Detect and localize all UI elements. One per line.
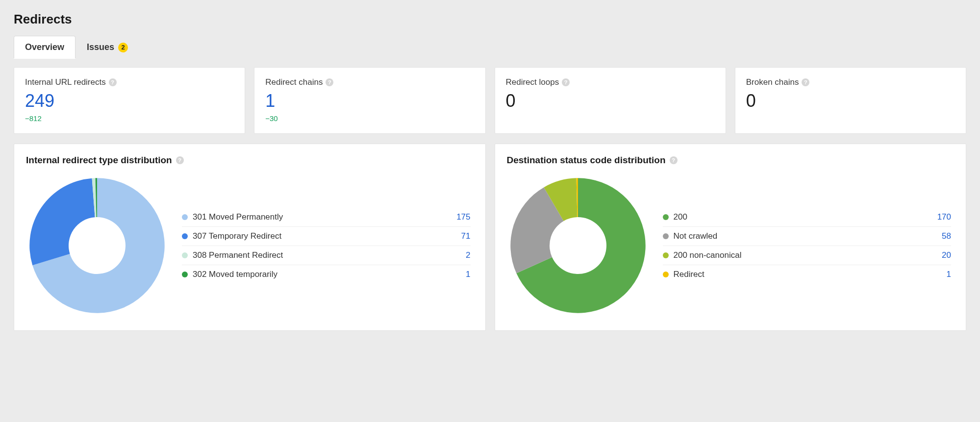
legend-row[interactable]: 200170 (663, 208, 952, 227)
legend-dot-icon (182, 214, 188, 220)
card-title: Redirect loops ? (506, 77, 715, 87)
help-icon[interactable]: ? (670, 156, 678, 164)
charts-row: Internal redirect type distribution ? 30… (14, 144, 966, 331)
legend-label: 308 Permanent Redirect (193, 250, 283, 260)
chart-title: Internal redirect type distribution ? (26, 155, 474, 166)
card-title-text: Broken chains (746, 77, 799, 87)
donut-chart[interactable] (26, 174, 168, 317)
legend-dot-icon (663, 214, 669, 220)
tab-label: Issues (87, 42, 114, 52)
legend-row[interactable]: 307 Temporary Redirect71 (182, 227, 471, 246)
legend-value[interactable]: 1 (466, 270, 470, 279)
legend-label: 302 Moved temporarily (193, 270, 277, 279)
help-icon[interactable]: ? (326, 78, 333, 86)
legend-label: 200 non-canonical (674, 250, 742, 260)
card-title: Broken chains ? (746, 77, 955, 87)
donut-chart[interactable] (507, 174, 649, 317)
legend-row[interactable]: 301 Moved Permanently175 (182, 208, 471, 227)
card-title-text: Redirect loops (506, 77, 559, 87)
legend-label: Redirect (674, 270, 704, 279)
legend-value[interactable]: 170 (937, 212, 951, 222)
chart-body: 200170Not crawled58200 non-canonical20Re… (507, 174, 955, 317)
legend-value[interactable]: 20 (942, 250, 951, 260)
chart-title: Destination status code distribution ? (507, 155, 955, 166)
legend-dot-icon (663, 252, 669, 258)
chart-body: 301 Moved Permanently175307 Temporary Re… (26, 174, 474, 317)
tab-overview[interactable]: Overview (14, 36, 75, 58)
chart-legend: 301 Moved Permanently175307 Temporary Re… (182, 208, 474, 284)
help-icon[interactable]: ? (109, 78, 117, 86)
card-delta: −812 (25, 114, 234, 123)
legend-dot-icon (182, 252, 188, 258)
tabs: Overview Issues 2 (14, 36, 966, 58)
card-delta: −30 (265, 114, 474, 123)
chart-legend: 200170Not crawled58200 non-canonical20Re… (663, 208, 955, 284)
legend-value[interactable]: 175 (456, 212, 470, 222)
chart-title-text: Internal redirect type distribution (26, 155, 172, 166)
card-redirect-chains: Redirect chains ? 1 −30 (254, 67, 485, 134)
donut-slice[interactable] (29, 178, 95, 266)
page-title: Redirects (14, 12, 966, 27)
help-icon[interactable]: ? (176, 156, 184, 164)
card-title: Redirect chains ? (265, 77, 474, 87)
legend-dot-icon (182, 233, 188, 239)
legend-dot-icon (663, 272, 669, 277)
card-redirect-loops: Redirect loops ? 0 (495, 67, 726, 134)
legend-row[interactable]: Not crawled58 (663, 227, 952, 246)
legend-value[interactable]: 71 (461, 231, 471, 241)
help-icon[interactable]: ? (802, 78, 809, 86)
legend-label: 200 (674, 212, 687, 222)
tab-label: Overview (25, 42, 64, 52)
legend-value[interactable]: 58 (942, 231, 951, 241)
card-title-text: Redirect chains (265, 77, 323, 87)
chart-internal-redirect-type: Internal redirect type distribution ? 30… (14, 144, 486, 331)
card-value[interactable]: 1 (265, 90, 474, 111)
legend-label: 301 Moved Permanently (193, 212, 283, 222)
card-value[interactable]: 249 (25, 90, 234, 111)
card-internal-url-redirects: Internal URL redirects ? 249 −812 (14, 67, 245, 134)
tab-issues[interactable]: Issues 2 (75, 36, 139, 58)
chart-destination-status-code: Destination status code distribution ? 2… (495, 144, 967, 331)
legend-dot-icon (182, 272, 188, 277)
card-title-text: Internal URL redirects (25, 77, 106, 87)
legend-row[interactable]: 308 Permanent Redirect2 (182, 246, 471, 265)
help-icon[interactable]: ? (562, 78, 570, 86)
legend-value[interactable]: 2 (466, 250, 470, 260)
legend-label: 307 Temporary Redirect (193, 231, 281, 241)
card-title: Internal URL redirects ? (25, 77, 234, 87)
card-broken-chains: Broken chains ? 0 (735, 67, 966, 134)
legend-row[interactable]: 302 Moved temporarily1 (182, 265, 471, 284)
legend-dot-icon (663, 233, 669, 239)
legend-row[interactable]: 200 non-canonical20 (663, 246, 952, 265)
legend-label: Not crawled (674, 231, 718, 241)
summary-cards-row: Internal URL redirects ? 249 −812 Redire… (14, 67, 966, 134)
card-value: 0 (746, 90, 955, 111)
legend-row[interactable]: Redirect1 (663, 265, 952, 284)
legend-value[interactable]: 1 (947, 270, 951, 279)
chart-title-text: Destination status code distribution (507, 155, 666, 166)
card-value: 0 (506, 90, 715, 111)
issues-badge: 2 (118, 43, 128, 52)
